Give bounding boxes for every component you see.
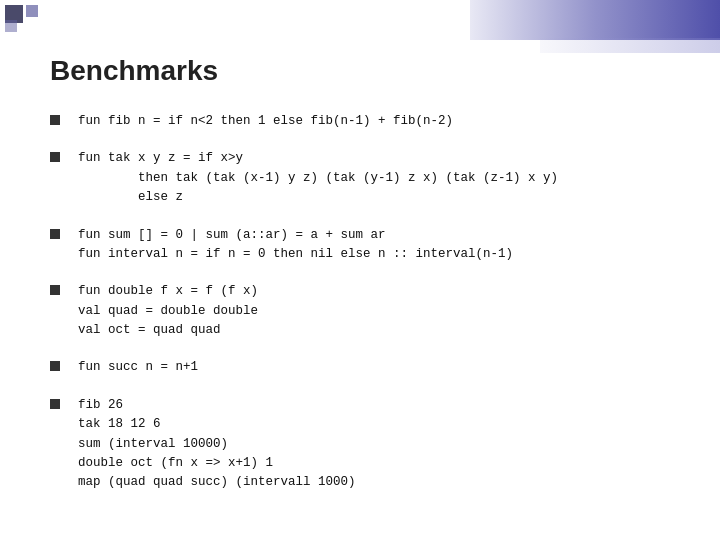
bullet-icon	[50, 399, 60, 409]
list-item: fun fib n = if n<2 then 1 else fib(n-1) …	[50, 112, 670, 131]
code-tak: fun tak x y z = if x>y then tak (tak (x-…	[78, 149, 558, 207]
list-item: fun sum [] = 0 | sum (a::ar) = a + sum a…	[50, 226, 670, 265]
bullet-icon	[50, 152, 60, 162]
main-content: Benchmarks fun fib n = if n<2 then 1 els…	[0, 0, 720, 540]
code-sum: fun sum [] = 0 | sum (a::ar) = a + sum a…	[78, 226, 513, 265]
list-item: fun double f x = f (f x) val quad = doub…	[50, 282, 670, 340]
page-title: Benchmarks	[50, 55, 670, 87]
code-calls: fib 26 tak 18 12 6 sum (interval 10000) …	[78, 396, 356, 493]
code-fib: fun fib n = if n<2 then 1 else fib(n-1) …	[78, 112, 453, 131]
bullet-icon	[50, 115, 60, 125]
bullet-icon	[50, 229, 60, 239]
code-succ: fun succ n = n+1	[78, 358, 198, 377]
benchmark-list: fun fib n = if n<2 then 1 else fib(n-1) …	[50, 112, 670, 493]
bullet-icon	[50, 285, 60, 295]
list-item: fib 26 tak 18 12 6 sum (interval 10000) …	[50, 396, 670, 493]
bullet-icon	[50, 361, 60, 371]
list-item: fun succ n = n+1	[50, 358, 670, 377]
code-double: fun double f x = f (f x) val quad = doub…	[78, 282, 258, 340]
list-item: fun tak x y z = if x>y then tak (tak (x-…	[50, 149, 670, 207]
